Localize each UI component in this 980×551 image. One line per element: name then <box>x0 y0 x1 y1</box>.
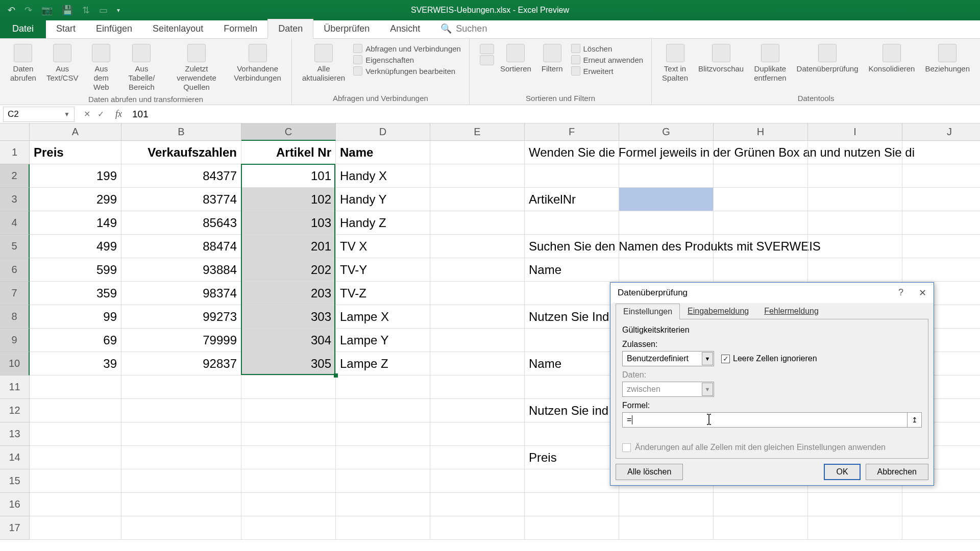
recent-sources-button[interactable]: Zuletzt verwendete Quellen <box>165 42 228 94</box>
cell[interactable]: Lampe Y <box>336 329 430 352</box>
row-header[interactable]: 17 <box>0 516 30 540</box>
chart-icon[interactable]: ▭ <box>99 5 108 16</box>
cell[interactable] <box>430 469 525 493</box>
cancel-button[interactable]: Abbrechen <box>866 464 928 480</box>
cell[interactable] <box>336 516 430 540</box>
cell[interactable] <box>430 282 525 305</box>
row-header[interactable]: 9 <box>0 329 30 352</box>
cell[interactable] <box>808 516 902 540</box>
tab-formulas[interactable]: Formeln <box>213 19 267 38</box>
qat-dropdown-icon[interactable]: ▾ <box>117 7 120 14</box>
cell[interactable]: 202 <box>241 258 336 282</box>
dialog-help-icon[interactable]: ? <box>898 287 903 298</box>
cell[interactable] <box>902 258 980 282</box>
cell[interactable]: Wenden Sie die Formel jeweils in der Grü… <box>525 141 619 164</box>
properties-button[interactable]: Eigenschaften <box>353 55 461 64</box>
cell[interactable] <box>714 235 808 258</box>
undo-icon[interactable]: ↶ <box>8 5 15 16</box>
dialog-tab-input-message[interactable]: Eingabemeldung <box>680 303 756 319</box>
cell[interactable] <box>430 305 525 329</box>
cell[interactable] <box>902 235 980 258</box>
cell[interactable]: 599 <box>30 258 121 282</box>
tell-me-search[interactable]: 🔍 Suchen <box>430 19 497 38</box>
column-header[interactable]: I <box>808 123 902 141</box>
dialog-titlebar[interactable]: Datenüberprüfung ? ✕ <box>610 283 934 303</box>
sort-button[interactable]: Sortieren <box>496 42 535 76</box>
cell[interactable] <box>430 141 525 164</box>
cell[interactable]: Nutzen Sie ind <box>525 399 619 422</box>
cell[interactable] <box>714 164 808 188</box>
row-header[interactable]: 10 <box>0 352 30 375</box>
queries-connections-button[interactable]: Abfragen und Verbindungen <box>353 44 461 53</box>
cell[interactable] <box>121 469 241 493</box>
row-header[interactable]: 16 <box>0 493 30 516</box>
cell[interactable] <box>430 211 525 235</box>
cell[interactable]: 88474 <box>121 235 241 258</box>
cell[interactable] <box>121 399 241 422</box>
row-header[interactable]: 15 <box>0 469 30 493</box>
cell[interactable] <box>430 399 525 422</box>
row-header[interactable]: 6 <box>0 258 30 282</box>
cell[interactable]: Handy Z <box>336 211 430 235</box>
get-data-button[interactable]: Daten abrufen <box>6 42 40 85</box>
cell[interactable]: 101 <box>241 164 336 188</box>
cell[interactable] <box>121 422 241 446</box>
cell[interactable] <box>336 375 430 399</box>
allow-select[interactable]: Benutzerdefiniert ▼ <box>622 351 714 366</box>
cell[interactable] <box>430 352 525 375</box>
row-header[interactable]: 14 <box>0 446 30 469</box>
tab-home[interactable]: Start <box>46 19 86 38</box>
cell[interactable]: 304 <box>241 329 336 352</box>
cell[interactable]: 203 <box>241 282 336 305</box>
cell[interactable] <box>121 516 241 540</box>
ok-button[interactable]: OK <box>824 464 860 480</box>
enter-formula-icon[interactable]: ✓ <box>97 109 104 119</box>
row-header[interactable]: 2 <box>0 164 30 188</box>
advanced-button[interactable]: Erweitert <box>571 66 644 76</box>
cell[interactable] <box>525 516 619 540</box>
from-table-button[interactable]: Aus Tabelle/ Bereich <box>120 42 163 94</box>
column-header[interactable]: E <box>430 123 525 141</box>
cell[interactable]: Suchen Sie den Namen des Produkts mit SV… <box>525 235 619 258</box>
column-header[interactable]: F <box>525 123 619 141</box>
cell[interactable] <box>902 188 980 211</box>
cell[interactable] <box>121 375 241 399</box>
cell[interactable] <box>430 164 525 188</box>
row-header[interactable]: 3 <box>0 188 30 211</box>
cell[interactable]: 93884 <box>121 258 241 282</box>
ignore-blank-checkbox[interactable]: ✓ Leere Zellen ignorieren <box>721 354 817 363</box>
row-header[interactable]: 5 <box>0 235 30 258</box>
cell[interactable] <box>30 516 121 540</box>
cell[interactable] <box>714 516 808 540</box>
row-header[interactable]: 8 <box>0 305 30 329</box>
cell[interactable] <box>241 493 336 516</box>
formula-input[interactable]: 101 <box>127 109 980 120</box>
cell[interactable]: Preis <box>525 446 619 469</box>
tab-insert[interactable]: Einfügen <box>86 19 142 38</box>
existing-connections-button[interactable]: Vorhandene Verbindungen <box>230 42 285 85</box>
cell[interactable]: Nutzen Sie Ind <box>525 305 619 329</box>
data-validation-button[interactable]: Datenüberprüfung <box>793 42 863 76</box>
cell[interactable] <box>336 469 430 493</box>
cell[interactable] <box>808 258 902 282</box>
cell[interactable] <box>336 422 430 446</box>
filter-button[interactable]: Filtern <box>537 42 567 76</box>
cell[interactable]: 305 <box>241 352 336 375</box>
cell[interactable] <box>430 446 525 469</box>
cell[interactable] <box>808 164 902 188</box>
row-header[interactable]: 12 <box>0 399 30 422</box>
cell[interactable] <box>808 141 902 164</box>
cell[interactable] <box>430 422 525 446</box>
cell[interactable]: 359 <box>30 282 121 305</box>
cell[interactable] <box>619 516 714 540</box>
cell[interactable]: 299 <box>30 188 121 211</box>
cell[interactable] <box>241 516 336 540</box>
cell[interactable]: 92837 <box>121 352 241 375</box>
cancel-formula-icon[interactable]: ✕ <box>84 109 90 119</box>
cell[interactable]: Artikel Nr <box>241 141 336 164</box>
dialog-tab-settings[interactable]: Einstellungen <box>616 304 680 319</box>
cell[interactable] <box>336 399 430 422</box>
cell[interactable] <box>525 329 619 352</box>
dialog-tab-error-alert[interactable]: Fehlermeldung <box>756 303 826 319</box>
relationships-button[interactable]: Beziehungen <box>921 42 974 76</box>
